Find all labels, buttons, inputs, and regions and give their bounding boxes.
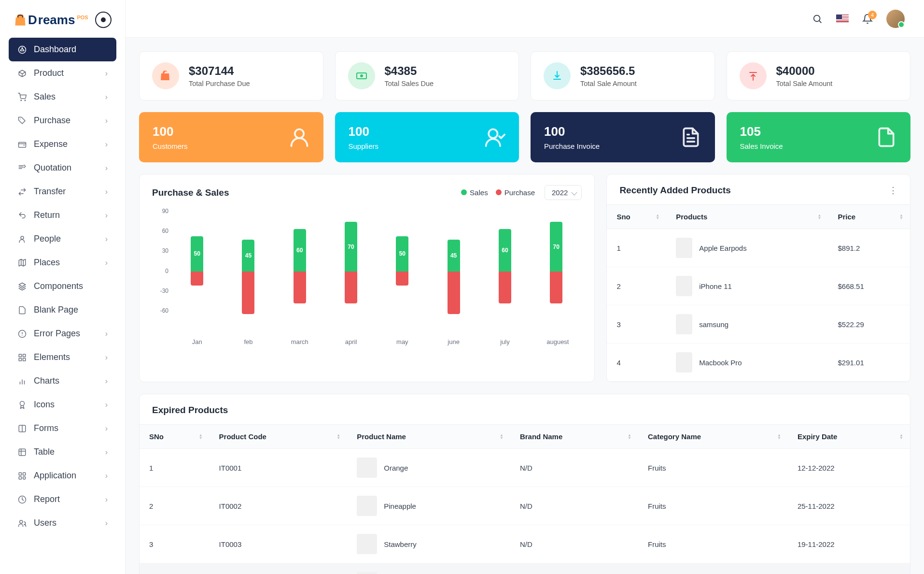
- bar-sales: 50: [191, 236, 203, 272]
- tile-label: Purchase Invoice: [544, 142, 600, 150]
- code-link[interactable]: IT0001: [219, 464, 242, 472]
- chevron-right-icon: ›: [105, 353, 108, 362]
- stat-label: Total Sale Amount: [776, 80, 833, 87]
- sidebar-item-elements[interactable]: Elements›: [9, 345, 116, 369]
- svg-rect-8: [23, 354, 26, 357]
- sidebar-item-places[interactable]: Places›: [9, 251, 116, 274]
- sidebar-item-dashboard[interactable]: Dashboard: [9, 38, 116, 61]
- legend-purchase: Purchase: [504, 188, 535, 197]
- bar-column: 70: [546, 208, 566, 314]
- sidebar-item-purchase[interactable]: Purchase›: [9, 109, 116, 132]
- stat-card[interactable]: $385656.5Total Sale Amount: [531, 51, 715, 100]
- sidebar-item-application[interactable]: Application›: [9, 464, 116, 488]
- cell-sno: 3: [607, 305, 666, 344]
- sidebar-item-quotation[interactable]: Quotation›: [9, 156, 116, 180]
- notifications-button[interactable]: 4: [862, 14, 873, 24]
- col-category[interactable]: Category Name▲▼: [638, 425, 788, 449]
- product-link[interactable]: Pineapple: [384, 502, 416, 510]
- nav-label: Places: [34, 258, 60, 268]
- nav-label: Expense: [34, 139, 68, 149]
- bar-purchase: [242, 272, 254, 314]
- language-button[interactable]: [836, 14, 849, 23]
- table-icon: [17, 447, 27, 457]
- recent-menu-button[interactable]: ⋮: [889, 185, 897, 196]
- svg-line-27: [819, 20, 822, 23]
- sidebar-item-table[interactable]: Table›: [9, 440, 116, 464]
- nav-label: People: [34, 234, 61, 244]
- tile-value: 100: [153, 124, 188, 139]
- col-brand[interactable]: Brand Name▲▼: [510, 425, 638, 449]
- chevron-right-icon: ›: [105, 187, 108, 196]
- sidebar-item-users[interactable]: Users›: [9, 511, 116, 535]
- sidebar: DreamsPOS DashboardProduct›Sales›Purchas…: [0, 0, 126, 574]
- stat-label: Total Sale Amount: [580, 80, 637, 87]
- bar-sales: 70: [345, 222, 357, 272]
- tile-suppliers[interactable]: 100Suppliers: [335, 112, 519, 162]
- table-row[interactable]: 2iPhone 11$668.51: [607, 267, 910, 305]
- search-button[interactable]: [812, 14, 823, 24]
- tile-sales-invoice[interactable]: 105Sales Invoice: [727, 112, 911, 162]
- stat-label: Total Purchase Due: [189, 80, 250, 87]
- year-select[interactable]: 2022: [545, 185, 582, 200]
- product-link[interactable]: Macbook Pro: [699, 359, 742, 367]
- sidebar-item-transfer[interactable]: Transfer›: [9, 180, 116, 203]
- sidebar-item-icons[interactable]: Icons›: [9, 393, 116, 416]
- stat-card[interactable]: $307144Total Purchase Due: [139, 51, 323, 100]
- cell-sno: 3: [140, 525, 210, 563]
- nav-label: Table: [34, 447, 55, 457]
- chevron-right-icon: ›: [105, 519, 108, 528]
- table-row[interactable]: 4Macbook Pro$291.01: [607, 344, 910, 382]
- sidebar-item-people[interactable]: People›: [9, 227, 116, 251]
- tile-purchase-invoice[interactable]: 100Purchase Invoice: [531, 112, 715, 162]
- sidebar-item-charts[interactable]: Charts›: [9, 369, 116, 393]
- product-link[interactable]: samsung: [699, 320, 728, 329]
- x-tick: Jan: [187, 338, 207, 345]
- table-row[interactable]: 3samsung$522.29: [607, 305, 910, 344]
- logo-text: reams: [38, 13, 75, 28]
- sidebar-item-return[interactable]: Return›: [9, 203, 116, 227]
- stat-card[interactable]: $40000Total Sale Amount: [727, 51, 911, 100]
- stat-card[interactable]: $4385Total Sales Due: [335, 51, 519, 100]
- sidebar-item-sales[interactable]: Sales›: [9, 85, 116, 109]
- product-link[interactable]: Orange: [384, 464, 408, 472]
- sort-icon: ▲▼: [899, 434, 903, 440]
- sidebar-item-components[interactable]: Components: [9, 274, 116, 298]
- sidebar-item-forms[interactable]: Forms›: [9, 416, 116, 440]
- code-link[interactable]: IT0003: [219, 540, 242, 548]
- tile-label: Sales Invoice: [740, 142, 783, 150]
- product-link[interactable]: iPhone 11: [699, 282, 732, 290]
- sidebar-item-blank-page[interactable]: Blank Page: [9, 298, 116, 322]
- table-row[interactable]: 3IT0003StawberryN/DFruits19-11-2022: [140, 525, 910, 563]
- col-products[interactable]: Products▲▼: [666, 205, 828, 229]
- x-tick: april: [341, 338, 361, 345]
- product-link[interactable]: Stawberry: [384, 540, 417, 548]
- sidebar-item-report[interactable]: Report›: [9, 488, 116, 511]
- table-row[interactable]: 1Apple Earpods$891.2: [607, 229, 910, 267]
- product-link[interactable]: Apple Earpods: [699, 244, 746, 252]
- col-name[interactable]: Product Name▲▼: [347, 425, 510, 449]
- col-price[interactable]: Price▲▼: [828, 205, 910, 229]
- sidebar-item-error-pages[interactable]: Error Pages›: [9, 322, 116, 345]
- file-icon: [876, 127, 897, 148]
- y-tick: -30: [152, 287, 168, 294]
- col-sno[interactable]: Sno▲▼: [607, 205, 666, 229]
- columns-icon: [17, 424, 27, 433]
- col-code[interactable]: Product Code▲▼: [210, 425, 348, 449]
- sidebar-collapse-button[interactable]: [95, 12, 112, 28]
- table-row[interactable]: 2IT0002PineappleN/DFruits25-11-2022: [140, 487, 910, 525]
- tile-customers[interactable]: 100Customers: [139, 112, 323, 162]
- table-row[interactable]: 4IT0004AvocatN/DFruits20-11-2022: [140, 563, 910, 574]
- transfer-icon: [17, 187, 27, 197]
- product-thumb: [357, 534, 377, 554]
- profile-button[interactable]: [886, 10, 905, 28]
- sidebar-item-expense[interactable]: Expense›: [9, 132, 116, 156]
- table-row[interactable]: 1IT0001OrangeN/DFruits12-12-2022: [140, 449, 910, 487]
- col-expiry[interactable]: Expiry Date▲▼: [788, 425, 910, 449]
- logo[interactable]: DreamsPOS: [14, 13, 88, 28]
- code-link[interactable]: IT0002: [219, 502, 242, 510]
- cell-product: iPhone 11: [666, 267, 828, 305]
- cell-expiry: 19-11-2022: [788, 525, 910, 563]
- sidebar-item-product[interactable]: Product›: [9, 61, 116, 85]
- layers-icon: [17, 282, 27, 291]
- col-sno[interactable]: SNo▲▼: [140, 425, 210, 449]
